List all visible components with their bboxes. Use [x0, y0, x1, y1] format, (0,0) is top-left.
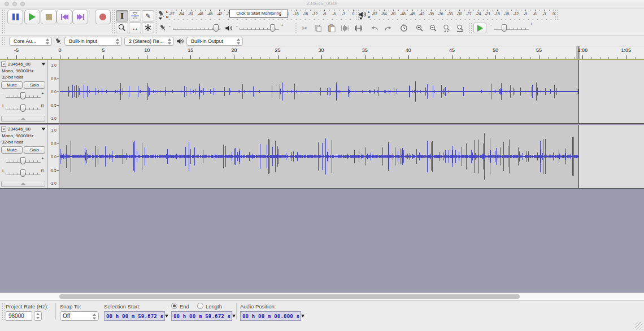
waveform-track-1[interactable]	[60, 60, 578, 123]
time-shift-tool-button[interactable]: ↔	[129, 22, 141, 33]
multi-tool-button[interactable]	[142, 22, 154, 33]
meter-scale-number: -30	[457, 12, 462, 16]
zoom-in-button[interactable]	[414, 23, 426, 33]
mute-button[interactable]: Mute	[1, 146, 23, 154]
toolbar-grip[interactable]	[469, 23, 472, 33]
recording-device-select[interactable]: Built-in Input	[64, 37, 122, 46]
silence-audio-button[interactable]	[353, 23, 365, 33]
playback-meter[interactable]: L R -57-54-51-48-45-42-39-36-33-30-27-24…	[358, 9, 556, 21]
cut-button[interactable]: ✂	[298, 23, 311, 33]
empty-track-area[interactable]	[578, 125, 644, 188]
meter-tick	[530, 10, 530, 11]
zoom-tool-button[interactable]	[116, 22, 128, 33]
pause-button[interactable]	[7, 10, 23, 24]
end-radio[interactable]	[171, 303, 177, 309]
waveform-area[interactable]	[59, 125, 644, 188]
meter-tick	[379, 10, 380, 11]
track-menu-arrow-icon[interactable]	[41, 128, 46, 130]
gain-slider-thumb[interactable]	[20, 157, 25, 164]
track-name[interactable]: 234646_00	[8, 127, 41, 132]
snap-to-select[interactable]: Off	[60, 311, 99, 321]
project-rate-input[interactable]: 96000	[6, 311, 32, 321]
project-rate-stepper[interactable]	[34, 311, 42, 321]
field-dropdown-arrow-icon[interactable]	[301, 315, 304, 317]
monitoring-tooltip[interactable]: Click to Start Monitoring	[229, 10, 288, 18]
track-collapse-button[interactable]	[1, 116, 45, 122]
vertical-scale-ruler[interactable]: 1.0 0.5 0.0 -0.5 -1.0	[47, 125, 59, 188]
paste-button[interactable]	[325, 23, 338, 33]
toolbar-grip[interactable]	[2, 37, 5, 45]
meter-tick	[375, 10, 375, 11]
track-close-button[interactable]: ×	[1, 62, 6, 67]
fit-project-button[interactable]	[454, 23, 467, 33]
draw-tool-button[interactable]: ✎	[142, 10, 154, 21]
playback-speed-slider[interactable]	[494, 26, 529, 30]
sync-lock-button[interactable]	[398, 23, 410, 33]
timeline-tick	[626, 55, 626, 59]
play-at-speed-button[interactable]	[473, 23, 486, 33]
audio-clip[interactable]	[60, 60, 578, 123]
mute-button[interactable]: Mute	[1, 81, 23, 89]
track-close-button[interactable]: ×	[1, 127, 6, 132]
audio-host-select[interactable]: Core Au...	[9, 37, 52, 46]
envelope-tool-button[interactable]	[129, 10, 141, 21]
window-resize-grip[interactable]	[635, 322, 643, 330]
track-collapse-button[interactable]	[1, 181, 45, 187]
playback-speed-slider-thumb[interactable]	[502, 24, 507, 32]
empty-track-area[interactable]	[578, 60, 644, 123]
skip-to-start-button[interactable]	[56, 10, 72, 24]
track-menu-arrow-icon[interactable]	[41, 63, 46, 66]
horizontal-scrollbar[interactable]	[0, 293, 644, 300]
audio-position-label: Audio Position:	[240, 303, 276, 310]
field-dropdown-arrow-icon[interactable]	[232, 315, 236, 317]
input-volume-slider-thumb[interactable]	[214, 24, 219, 32]
audio-clip[interactable]	[60, 125, 578, 188]
pan-slider-thumb[interactable]	[20, 104, 25, 112]
timeline-label: 1:05	[621, 47, 632, 53]
solo-button[interactable]: Solo	[24, 146, 45, 154]
output-volume-slider-thumb[interactable]	[270, 24, 275, 32]
skip-to-end-button[interactable]	[72, 10, 88, 24]
horizontal-scrollbar-thumb[interactable]	[59, 294, 520, 299]
redo-button[interactable]	[382, 23, 394, 33]
meter-tick	[455, 10, 455, 11]
record-button[interactable]	[95, 10, 111, 24]
track-name[interactable]: 234646_00	[8, 62, 41, 67]
selection-end-field[interactable]: 00 h 00 m 59.672 s	[171, 311, 232, 321]
toolbar-grip[interactable]	[112, 9, 115, 34]
solo-button[interactable]: Solo	[24, 81, 45, 89]
trim-audio-button[interactable]	[339, 23, 351, 33]
snap-to-value: Off	[63, 313, 70, 319]
recording-channels-select[interactable]: 2 (Stereo) Re...	[124, 37, 174, 46]
length-radio-label[interactable]: Length	[206, 303, 222, 310]
toolbar-grip[interactable]	[555, 9, 558, 20]
waveform-track-2[interactable]	[60, 125, 578, 188]
selection-start-field[interactable]: 00 h 00 m 59.672 s	[104, 311, 165, 321]
toolbar-grip[interactable]	[2, 303, 5, 320]
end-radio-label[interactable]: End	[180, 303, 189, 310]
playback-device-select[interactable]: Built-in Output	[186, 37, 243, 46]
meter-tick	[393, 10, 394, 11]
fit-selection-button[interactable]	[441, 23, 453, 33]
play-button[interactable]	[24, 10, 40, 24]
selection-tool-button[interactable]: I	[116, 10, 128, 21]
length-radio[interactable]	[197, 303, 203, 309]
gain-slider-thumb[interactable]	[20, 92, 25, 99]
vruler-label: -0.5	[50, 103, 56, 107]
stop-button[interactable]	[41, 10, 56, 24]
audio-position-field[interactable]: 00 h 00 m 00.000 s	[240, 311, 301, 321]
waveform-area[interactable]	[59, 60, 644, 123]
field-dropdown-arrow-icon[interactable]	[165, 315, 168, 317]
trim-audio-icon	[341, 24, 350, 33]
meter-tick	[511, 10, 512, 11]
vertical-scale-ruler[interactable]: 1.0 0.5 0.0 -0.5 -1.0	[47, 60, 59, 123]
timeline-ruler[interactable]: -505101520253035404550551:001:05	[0, 46, 644, 59]
timeline-tick	[591, 57, 592, 59]
title-bar[interactable]: 234646_0049	[0, 0, 644, 8]
toolbar-grip[interactable]	[294, 23, 298, 33]
undo-button[interactable]	[368, 23, 381, 33]
toolbar-grip[interactable]	[2, 9, 5, 34]
pan-slider-thumb[interactable]	[20, 169, 25, 177]
zoom-out-button[interactable]	[427, 23, 440, 33]
copy-button[interactable]	[312, 23, 324, 33]
